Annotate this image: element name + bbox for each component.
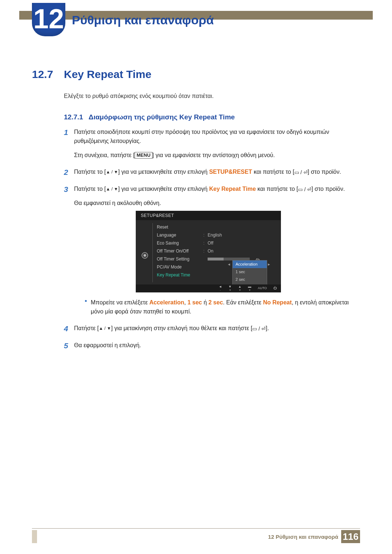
highlight-acceleration: Acceleration <box>149 299 184 305</box>
step-number: 2 <box>64 167 68 178</box>
osd-item-key-repeat-time: Key Repeat Time <box>157 271 203 279</box>
highlight-2sec: 2 sec <box>208 299 223 305</box>
footer-page-number: 116 <box>341 530 360 543</box>
step-text: και πατήστε το [ <box>256 186 298 192</box>
section-intro: Ελέγξτε το ρυθμό απόκρισης ενός κουμπιού… <box>64 93 359 99</box>
step-number: 3 <box>64 184 68 196</box>
osd-option-1sec: 1 sec <box>233 268 267 276</box>
osd-item-off-timer: Off Timer On/Off <box>157 247 203 255</box>
osd-value-eco: Off <box>208 239 213 247</box>
osd-sep: : <box>203 239 208 247</box>
step-number: 4 <box>64 323 68 335</box>
osd-btn-back-icon: ◄- <box>219 285 222 292</box>
bullet-icon <box>85 300 87 302</box>
osd-option-2sec: 2 sec <box>233 276 267 283</box>
osd-btn-up-icon: ▲▾ <box>238 285 241 292</box>
bullet-text: Μπορείτε να επιλέξετε <box>91 299 149 305</box>
osd-item-language: Language <box>157 231 203 239</box>
step-text: ] για μετακίνηση στην επιλογή που θέλετε… <box>111 325 252 331</box>
subsection-heading: 12.7.1 Διαμόρφωση της ρύθμισης Key Repea… <box>64 113 235 121</box>
up-down-arrows-icon: ▲ / ▼ <box>106 169 118 176</box>
osd-btn-down-icon: ▼▾ <box>228 285 232 292</box>
osd-sep: : <box>203 247 208 255</box>
osd-slider-fill <box>208 258 224 260</box>
step-text: ] στο προϊόν. <box>311 186 345 192</box>
osd-item-eco: Eco Saving <box>157 239 203 247</box>
highlight-no-repeat: No Repeat <box>263 299 292 305</box>
subsection-title: Διαμόρφωση της ρύθμισης Key Repeat Time <box>89 113 235 121</box>
step-text: ] στο προϊόν. <box>308 169 341 175</box>
osd-item-reset: Reset <box>157 223 203 231</box>
step-text: Πατήστε οποιοδήποτε κουμπί στην πρόσοψη … <box>74 129 329 144</box>
step-text: ] για να μετακινηθείτε στην επιλογή <box>118 186 209 192</box>
osd-right-arrow-icon: ► <box>267 262 271 267</box>
menu-key-icon: MENU <box>135 152 152 159</box>
step-text: ]. <box>266 325 269 331</box>
step-text: και πατήστε το [ <box>252 169 294 175</box>
step-5: 5 Θα εφαρμοστεί η επιλογή. <box>64 341 358 350</box>
footer-rule <box>32 528 360 529</box>
up-down-arrows-icon: ▲ / ▼ <box>106 186 118 193</box>
footer: 12 Ρύθμιση και επαναφορά 116 <box>268 530 360 543</box>
osd-btn-auto: AUTO <box>258 287 267 290</box>
bullet-item: Μπορείτε να επιλέξετε Acceleration, 1 se… <box>74 298 358 316</box>
step-text: Πατήστε το [ <box>74 186 106 192</box>
footer-left-bar <box>32 530 37 543</box>
up-down-arrows-icon: ▲ / ▼ <box>99 325 111 332</box>
osd-screenshot: SETUP&RESET Reset Language:English Eco S… <box>136 211 281 292</box>
osd-value-off-timer: On <box>208 247 213 255</box>
osd-value-language: English <box>208 231 222 239</box>
chapter-number-badge: 12 <box>32 3 65 36</box>
osd-category-icon <box>142 252 148 259</box>
osd-sep <box>203 255 208 263</box>
enter-source-icon: ▭ / ⏎ <box>294 169 308 177</box>
step-text: Πατήστε το [ <box>74 169 106 175</box>
osd-item-pcav: PC/AV Mode <box>157 263 203 271</box>
step-text: Θα εφαρμοστεί η επιλογή. <box>74 342 141 348</box>
osd-btn-power-icon: ⏻ <box>273 287 277 290</box>
highlight-setup-reset: SETUP&RESET <box>209 169 252 175</box>
osd-bottom-bar: ◄- ▼▾ ▲▾ ▬▾ AUTO ⏻ <box>136 284 281 292</box>
highlight-key-repeat-time: Key Repeat Time <box>209 186 256 192</box>
step-text: Θα εμφανιστεί η ακόλουθη οθόνη. <box>74 200 161 206</box>
enter-source-icon: ▭ / ⏎ <box>252 325 266 333</box>
subsection-number: 12.7.1 <box>64 113 83 121</box>
bullet-text: . Εάν επιλέξετε <box>223 299 263 305</box>
step-number: 1 <box>64 127 68 139</box>
enter-source-icon: ▭ / ⏎ <box>298 186 311 194</box>
osd-btn-enter-icon: ▬▾ <box>248 285 251 292</box>
osd-left-arrow-icon: ◄ <box>227 262 231 267</box>
step-text: Πατήστε [ <box>74 325 99 331</box>
section-title: Key Repeat Time <box>64 68 151 81</box>
highlight-1sec: 1 sec <box>187 299 202 305</box>
footer-chapter-label: 12 Ρύθμιση και επαναφορά <box>268 534 338 540</box>
step-text: ] για να εμφανίσετε την αντίστοιχη οθόνη… <box>152 152 275 158</box>
osd-item-off-timer-setting: Off Timer Setting <box>157 255 203 263</box>
osd-divider <box>152 223 153 282</box>
bullet-text: ή <box>202 299 208 305</box>
step-2: 2 Πατήστε το [▲ / ▼] για να μετακινηθείτ… <box>64 168 358 177</box>
osd-sep: : <box>203 231 208 239</box>
chapter-title: Ρύθμιση και επαναφορά <box>72 13 214 27</box>
step-text: Στη συνέχεια, πατήστε [ <box>74 152 135 158</box>
step-3: 3 Πατήστε το [▲ / ▼] για να μετακινηθείτ… <box>64 185 358 316</box>
step-text: ] για να μετακινηθείτε στην επιλογή <box>118 169 209 175</box>
osd-title: SETUP&RESET <box>136 211 281 220</box>
step-4: 4 Πατήστε [▲ / ▼] για μετακίνηση στην επ… <box>64 324 358 333</box>
step-number: 5 <box>64 340 68 352</box>
section-number: 12.7 <box>32 68 53 81</box>
step-1: 1 Πατήστε οποιοδήποτε κουμπί στην πρόσοψ… <box>64 128 358 160</box>
osd-option-acceleration: Acceleration <box>233 260 267 268</box>
steps-list: 1 Πατήστε οποιοδήποτε κουμπί στην πρόσοψ… <box>64 128 358 358</box>
